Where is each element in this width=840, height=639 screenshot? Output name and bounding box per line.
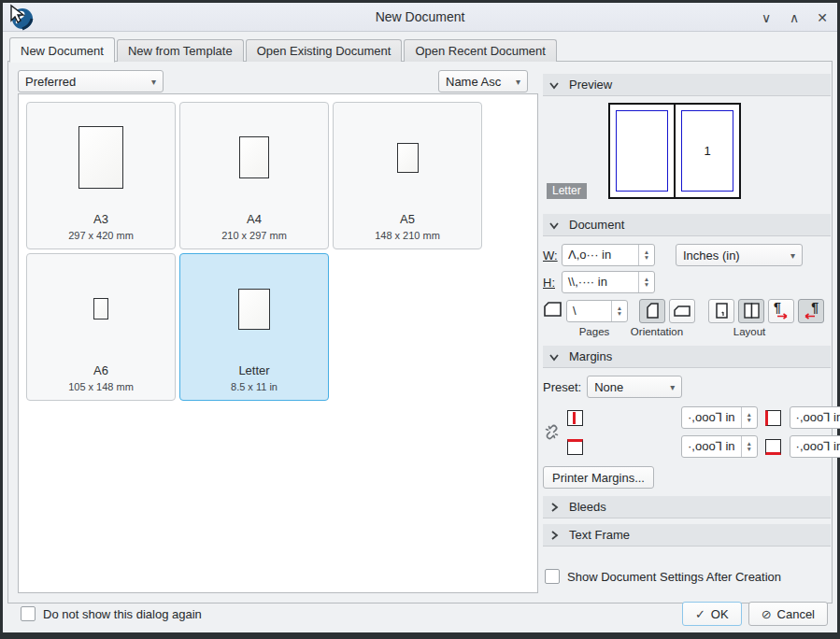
height-field[interactable]: \\,···· in ▲▼	[562, 271, 655, 293]
pages-label: Pages	[558, 326, 631, 337]
top-margin-field[interactable]: ·,ooo⅂ in ▲▼	[681, 435, 758, 458]
landscape-icon	[674, 305, 691, 317]
tab-open-recent[interactable]: Open Recent Document	[404, 39, 556, 62]
size-dimensions: 148 x 210 mm	[375, 230, 440, 241]
unit-combo[interactable]: Inches (in) ▾	[676, 244, 803, 266]
chevron-down-icon: ▾	[516, 77, 520, 87]
layout-label: Layout	[689, 326, 810, 337]
orientation-landscape-button[interactable]	[669, 299, 695, 323]
close-icon[interactable]: ✕	[815, 10, 830, 25]
bottom-margin-field[interactable]: ·,ooo⅂ in ▲▼	[790, 435, 840, 458]
page-number: 1	[676, 105, 739, 197]
category-filter-combo[interactable]: Preferred ▾	[18, 70, 164, 92]
printer-margins-button[interactable]: Printer Margins...	[543, 466, 654, 489]
bottom-margin-icon	[765, 439, 781, 455]
check-icon: ✓	[695, 607, 705, 621]
document-settings: W: Λ,o··· in ▲▼ Inches (in) ▾	[543, 236, 831, 346]
section-title: Margins	[569, 349, 612, 363]
category-filter-value: Preferred	[25, 75, 146, 89]
window-title: New Document	[3, 9, 837, 24]
minimize-icon[interactable]: ∨	[759, 10, 774, 25]
orientation-portrait-button[interactable]	[639, 299, 665, 323]
pilcrow-icon: ¶	[811, 302, 819, 313]
preview-section-header[interactable]: Preview	[543, 74, 831, 96]
size-card-a6[interactable]: A6 105 x 148 mm	[26, 253, 176, 401]
show-settings-checkbox[interactable]	[545, 569, 560, 584]
tab-bar: New Document New from Template Open Exis…	[9, 39, 559, 62]
layout-first-page-right-button[interactable]: ¶	[798, 299, 824, 323]
paper-thumbnail	[93, 298, 108, 320]
size-card-a4[interactable]: A4 210 x 297 mm	[179, 102, 329, 249]
title-bar[interactable]: New Document ∨ ∧ ✕	[3, 3, 837, 32]
sort-combo[interactable]: Name Asc ▾	[438, 70, 528, 92]
spin-down-icon: ▼	[746, 447, 751, 452]
ok-button[interactable]: ✓ OK	[682, 602, 742, 626]
layout-first-page-left-button[interactable]: ¶	[768, 299, 794, 323]
paper-thumbnail	[78, 126, 123, 189]
preview-size-badge: Letter	[547, 183, 587, 199]
single-page-icon	[716, 303, 728, 319]
section-title: Document	[569, 218, 624, 232]
width-field[interactable]: Λ,o··· in ▲▼	[562, 244, 655, 266]
dialog-footer: Do not show this dialog again ✓ OK ⊘ Can…	[7, 599, 833, 629]
tab-open-existing[interactable]: Open Existing Document	[246, 39, 403, 62]
inside-margin-field[interactable]: ·,ooo⅂ in ▲▼	[681, 406, 758, 429]
size-name: A6	[93, 363, 108, 377]
preview-area: 1 Letter	[543, 96, 831, 214]
top-margin-icon	[567, 439, 583, 455]
sort-value: Name Asc	[446, 75, 510, 89]
cancel-icon: ⊘	[762, 607, 772, 621]
dont-show-again-label: Do not show this dialog again	[43, 607, 202, 621]
link-margins-toggle[interactable]	[543, 423, 560, 441]
text-frame-section-header[interactable]: Text Frame	[543, 524, 831, 547]
broken-link-icon	[543, 423, 561, 441]
spin-arrows[interactable]: ▲▼	[611, 301, 627, 321]
spin-down-icon: ▼	[644, 255, 649, 261]
spin-arrows[interactable]: ▲▼	[638, 245, 654, 265]
margins-section-header[interactable]: Margins	[543, 346, 831, 368]
page-size-list: A3 297 x 420 mm A4 210 x 297 mm A5 148 x…	[18, 93, 538, 593]
spin-arrows[interactable]: ▲▼	[741, 436, 757, 457]
arrow-left-icon	[802, 313, 815, 320]
spin-down-icon: ▼	[617, 311, 622, 317]
outside-margin-icon	[765, 410, 781, 426]
size-name: A5	[400, 212, 415, 226]
facing-pages-icon	[744, 303, 760, 319]
paper-thumbnail	[238, 289, 270, 330]
width-label: W:	[543, 248, 562, 263]
chevron-down-icon: ▾	[670, 382, 675, 392]
cancel-button[interactable]: ⊘ Cancel	[748, 602, 828, 626]
tab-new-from-template[interactable]: New from Template	[117, 39, 244, 62]
spin-arrows[interactable]: ▲▼	[741, 407, 757, 428]
document-section-header[interactable]: Document	[543, 214, 831, 236]
size-name: A4	[247, 212, 262, 226]
chevron-down-icon	[548, 220, 560, 231]
size-dimensions: 297 x 420 mm	[68, 230, 134, 241]
maximize-icon[interactable]: ∧	[787, 10, 802, 25]
layout-single-page-button[interactable]	[708, 299, 734, 323]
tab-new-document[interactable]: New Document	[9, 37, 115, 63]
margin-preset-combo[interactable]: None ▾	[587, 376, 682, 398]
inside-margin-icon	[567, 410, 583, 426]
section-title: Bleeds	[569, 500, 606, 514]
size-card-a3[interactable]: A3 297 x 420 mm	[26, 102, 176, 249]
chevron-down-icon: ▾	[790, 250, 795, 261]
margins-settings: Preset: None ▾ ·,ooo⅂ in ▲▼	[543, 368, 831, 496]
outside-margin-field[interactable]: ·,ooo⅂ in ▲▼	[790, 406, 840, 429]
orientation-label: Orientation	[623, 326, 691, 337]
layout-facing-pages-button[interactable]	[738, 299, 764, 323]
settings-panel: Preview 1 Letter	[543, 74, 831, 584]
height-label: H:	[543, 276, 562, 290]
dont-show-again-checkbox[interactable]	[21, 606, 36, 621]
bleeds-section-header[interactable]: Bleeds	[543, 496, 831, 518]
size-card-a5[interactable]: A5 148 x 210 mm	[333, 102, 482, 249]
new-document-dialog: New Document ∨ ∧ ✕ New Document New from…	[0, 0, 840, 639]
portrait-icon	[647, 303, 659, 319]
size-name: Letter	[238, 363, 269, 377]
spin-arrows[interactable]: ▲▼	[638, 272, 654, 292]
size-card-letter[interactable]: Letter 8.5 x 11 in	[179, 253, 329, 401]
size-dimensions: 210 x 297 mm	[221, 230, 287, 241]
tab-pane-new-document: Preferred ▾ Name Asc ▾ A3 297 x 420 mm	[7, 61, 833, 604]
pages-spinner[interactable]: \ ▲▼	[566, 300, 628, 322]
size-dimensions: 105 x 148 mm	[68, 381, 134, 392]
